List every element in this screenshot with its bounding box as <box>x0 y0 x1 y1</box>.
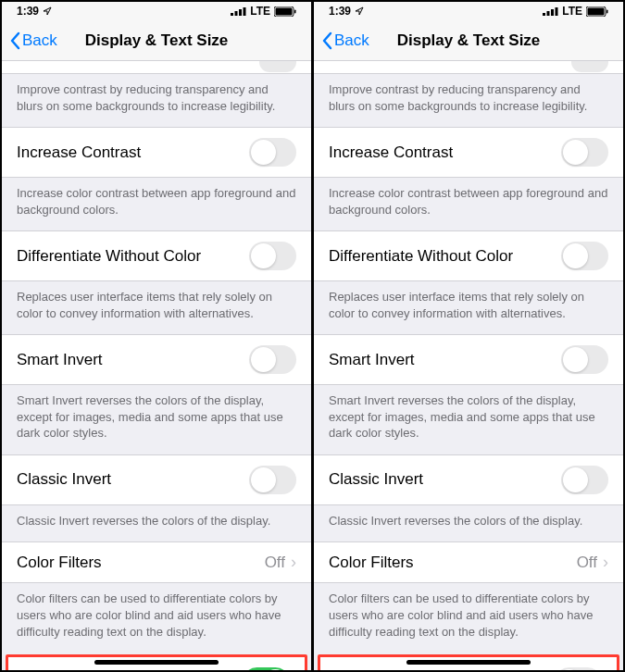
page-title: Display & Text Size <box>85 31 229 50</box>
svg-rect-12 <box>588 7 605 15</box>
increase-contrast-toggle[interactable] <box>249 138 296 167</box>
svg-rect-9 <box>551 9 554 16</box>
color-filters-value: Off <box>265 554 285 572</box>
battery-icon <box>274 6 296 17</box>
phone-right: 1:39 LTE Back Display & Text Size Improv… <box>313 1 624 671</box>
differentiate-desc: Replaces user interface items that rely … <box>2 281 311 334</box>
svg-rect-0 <box>231 13 233 16</box>
content: Improve contrast by reducing transparenc… <box>2 61 311 670</box>
battery-icon <box>586 6 608 17</box>
svg-rect-7 <box>543 13 545 16</box>
nav-bar: Back Display & Text Size <box>314 20 623 61</box>
svg-rect-2 <box>239 9 242 16</box>
classic-invert-label: Classic Invert <box>17 470 111 489</box>
reduce-transparency-toggle[interactable] <box>571 61 608 72</box>
reduce-white-point-toggle[interactable] <box>243 667 290 670</box>
classic-invert-label: Classic Invert <box>329 470 423 489</box>
differentiate-label: Differentiate Without Color <box>329 247 513 266</box>
smart-invert-toggle[interactable] <box>249 345 296 374</box>
status-bar: 1:39 LTE <box>314 2 623 20</box>
increase-contrast-desc: Increase color contrast between app fore… <box>314 178 623 230</box>
content: Improve contrast by reducing transparenc… <box>314 61 623 670</box>
increase-contrast-toggle[interactable] <box>561 138 608 167</box>
smart-invert-desc: Smart Invert reverses the colors of the … <box>314 385 623 454</box>
chevron-left-icon <box>321 31 332 50</box>
smart-invert-toggle[interactable] <box>561 345 608 374</box>
home-indicator[interactable] <box>406 660 531 665</box>
color-filters-desc: Color filters can be used to differentia… <box>2 583 311 653</box>
smart-invert-row[interactable]: Smart Invert <box>2 334 311 385</box>
signal-icon <box>543 6 558 16</box>
status-time: 1:39 <box>329 5 351 18</box>
nav-bar: Back Display & Text Size <box>2 20 311 61</box>
back-label: Back <box>334 31 369 50</box>
classic-invert-row[interactable]: Classic Invert <box>314 454 623 505</box>
color-filters-desc: Color filters can be used to differentia… <box>314 583 623 653</box>
network-label: LTE <box>250 5 270 18</box>
location-icon <box>43 6 52 16</box>
classic-invert-toggle[interactable] <box>561 466 608 494</box>
network-label: LTE <box>562 5 582 18</box>
differentiate-desc: Replaces user interface items that rely … <box>314 281 623 334</box>
reduce-transparency-toggle[interactable] <box>259 61 296 72</box>
status-bar: 1:39 LTE <box>2 2 311 20</box>
classic-invert-desc: Classic Invert reverses the colors of th… <box>314 505 623 542</box>
back-button[interactable]: Back <box>2 31 57 50</box>
home-indicator[interactable] <box>94 660 219 665</box>
chevron-right-icon: › <box>603 553 608 572</box>
increase-contrast-desc: Increase color contrast between app fore… <box>2 178 311 230</box>
svg-rect-3 <box>244 7 246 16</box>
reduce-white-point-toggle[interactable] <box>555 667 602 670</box>
increase-contrast-label: Increase Contrast <box>17 143 141 162</box>
svg-rect-6 <box>294 9 296 13</box>
svg-rect-8 <box>547 11 550 16</box>
increase-contrast-label: Increase Contrast <box>329 143 453 162</box>
svg-rect-5 <box>276 7 293 15</box>
smart-invert-row[interactable]: Smart Invert <box>314 334 623 385</box>
differentiate-toggle[interactable] <box>561 242 608 270</box>
color-filters-row[interactable]: Color Filters Off› <box>314 541 623 583</box>
increase-contrast-row[interactable]: Increase Contrast <box>314 127 623 178</box>
back-label: Back <box>22 31 57 50</box>
classic-invert-desc: Classic Invert reverses the colors of th… <box>2 505 311 542</box>
page-title: Display & Text Size <box>397 31 541 50</box>
transparency-desc: Improve contrast by reducing transparenc… <box>2 74 311 127</box>
color-filters-row[interactable]: Color Filters Off› <box>2 541 311 583</box>
smart-invert-label: Smart Invert <box>329 351 415 369</box>
back-button[interactable]: Back <box>314 31 369 50</box>
smart-invert-label: Smart Invert <box>17 351 103 369</box>
classic-invert-row[interactable]: Classic Invert <box>2 454 311 505</box>
color-filters-label: Color Filters <box>17 554 102 572</box>
increase-contrast-row[interactable]: Increase Contrast <box>2 127 311 178</box>
svg-rect-10 <box>556 7 558 16</box>
color-filters-value: Off <box>577 554 597 572</box>
classic-invert-toggle[interactable] <box>249 466 296 494</box>
chevron-left-icon <box>9 31 20 50</box>
smart-invert-desc: Smart Invert reverses the colors of the … <box>2 385 311 454</box>
phone-left: 1:39 LTE Back Display & Text Size Improv… <box>1 1 312 671</box>
svg-rect-13 <box>606 9 608 13</box>
differentiate-label: Differentiate Without Color <box>17 247 201 266</box>
color-filters-label: Color Filters <box>329 554 414 572</box>
differentiate-row[interactable]: Differentiate Without Color <box>2 230 311 281</box>
chevron-right-icon: › <box>291 553 296 572</box>
transparency-desc: Improve contrast by reducing transparenc… <box>314 74 623 127</box>
svg-rect-1 <box>235 11 238 16</box>
differentiate-toggle[interactable] <box>249 242 296 270</box>
location-icon <box>355 6 364 16</box>
status-time: 1:39 <box>17 5 39 18</box>
signal-icon <box>231 6 246 16</box>
differentiate-row[interactable]: Differentiate Without Color <box>314 230 623 281</box>
